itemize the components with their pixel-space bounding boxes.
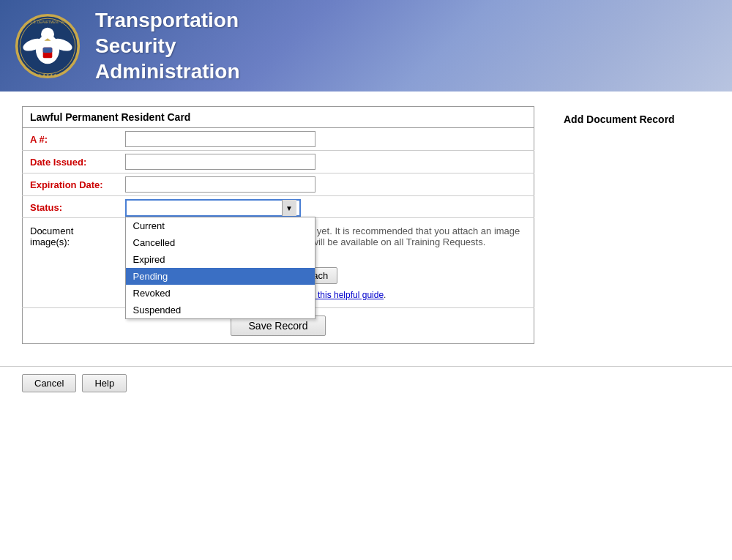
svg-rect-8 (43, 47, 53, 52)
help-button[interactable]: Help (82, 374, 127, 392)
a-number-label: A #: (23, 128, 118, 151)
document-images-label: Document image(s): (23, 218, 118, 308)
form-area: Lawful Permanent Resident Card A #: Date… (22, 106, 549, 344)
dropdown-option-suspended[interactable]: Suspended (126, 302, 315, 318)
header-title: Transportation Security Administration (95, 7, 240, 84)
date-issued-input[interactable] (125, 154, 315, 170)
a-number-field-cell (118, 128, 534, 151)
dropdown-option-current[interactable]: Current (126, 217, 315, 234)
status-dropdown-menu: Current Cancelled Expired Pending Revoke… (125, 217, 315, 319)
document-form: Lawful Permanent Resident Card A #: Date… (22, 106, 534, 344)
expiration-date-input[interactable] (125, 176, 315, 193)
dropdown-option-cancelled[interactable]: Cancelled (126, 234, 315, 251)
date-issued-label: Date Issued: (23, 151, 118, 173)
svg-text:U.S. DEPARTMENT OF: U.S. DEPARTMENT OF (30, 20, 65, 24)
cancel-button[interactable]: Cancel (22, 374, 76, 392)
page-header: ★ ★ ★ ★ ★ U.S. DEPARTMENT OF Transportat… (0, 0, 732, 92)
expiration-date-label: Expiration Date: (23, 173, 118, 196)
a-number-input[interactable] (125, 131, 315, 147)
dropdown-option-revoked[interactable]: Revoked (126, 285, 315, 302)
status-select[interactable]: ▼ (125, 199, 301, 217)
date-issued-field-cell (118, 151, 534, 173)
dropdown-arrow-icon[interactable]: ▼ (282, 200, 296, 216)
bottom-buttons: Cancel Help (0, 366, 732, 400)
status-label: Status: (23, 196, 118, 218)
main-content: Lawful Permanent Resident Card A #: Date… (0, 92, 732, 359)
expiration-date-field-cell (118, 173, 534, 196)
status-dropdown-wrapper: ▼ Current Cancelled Expired Pending Revo… (125, 199, 301, 217)
sidebar-title: Add Document Record (564, 113, 710, 125)
status-field-cell: ▼ Current Cancelled Expired Pending Revo… (118, 196, 534, 218)
svg-text:★ ★ ★ ★ ★: ★ ★ ★ ★ ★ (38, 72, 57, 76)
dropdown-option-expired[interactable]: Expired (126, 251, 315, 268)
form-title: Lawful Permanent Resident Card (23, 107, 534, 128)
sidebar: Add Document Record (564, 106, 710, 344)
dropdown-option-pending[interactable]: Pending (126, 268, 315, 285)
dhs-logo: ★ ★ ★ ★ ★ U.S. DEPARTMENT OF (15, 13, 81, 79)
